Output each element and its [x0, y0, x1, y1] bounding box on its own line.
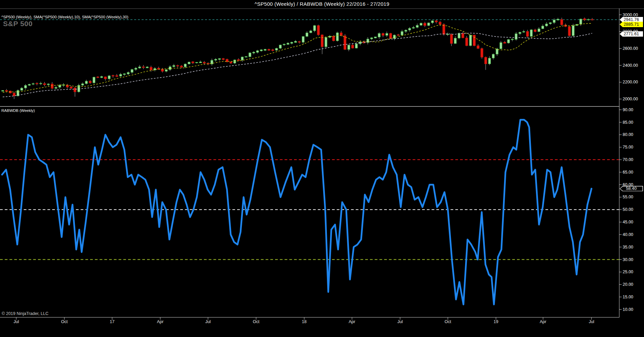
candle-body	[294, 41, 297, 42]
copyright-notice: © 2019 NinjaTrader, LLC	[2, 311, 48, 316]
candle-body	[100, 76, 103, 77]
indicator-tick-label: 80.00	[623, 132, 633, 137]
price-tick-label: 2600.00	[623, 46, 638, 51]
time-tick-label: Jul	[589, 319, 594, 324]
last-price-tag-text: 2941.76	[620, 18, 643, 22]
candle-body	[40, 83, 42, 84]
candle-body	[477, 46, 479, 48]
candle-body	[317, 25, 319, 35]
candle-body	[416, 25, 418, 27]
candle-body	[184, 64, 186, 67]
candle-body	[252, 52, 255, 53]
candle-body	[298, 41, 300, 42]
candle-body	[522, 32, 525, 32]
candle-body	[473, 35, 476, 46]
candle-body	[180, 66, 183, 67]
candle-body	[431, 21, 434, 23]
candle-body	[74, 88, 76, 92]
candle-body	[36, 83, 38, 84]
candle-body	[81, 84, 84, 85]
candle-body	[161, 69, 164, 72]
indicator-tick-label: 55.00	[623, 195, 633, 199]
indicator-tick-label: 45.00	[623, 220, 633, 224]
candle-body	[443, 24, 445, 35]
candle-body	[256, 51, 259, 52]
time-tick-label: Oct	[444, 319, 451, 324]
candle-body	[120, 74, 122, 76]
candle-body	[465, 38, 468, 46]
candle-body	[450, 34, 453, 43]
candle-body	[553, 20, 555, 23]
candle-body	[412, 27, 415, 28]
candle-body	[488, 58, 491, 64]
instrument-watermark: S&P 500	[3, 20, 33, 28]
sma10-tag-text: 2885.71	[620, 22, 643, 27]
sma30-tag-text: 2771.61	[620, 32, 643, 36]
candle-body	[233, 60, 236, 63]
indicator-tick-label: 35.00	[623, 245, 633, 250]
candle-body	[511, 39, 514, 40]
time-axis[interactable]	[0, 317, 619, 326]
candle-body	[241, 57, 244, 60]
candle-body	[507, 39, 510, 43]
candle-body	[279, 45, 282, 48]
candle-body	[390, 33, 392, 38]
indicator-panel-label: RABWDB (Weekly)	[1, 108, 35, 113]
chart-window: ^SP500 (Weekly) / RABWDB (Weekly) 22/201…	[0, 0, 644, 337]
candle-body	[291, 42, 293, 43]
candle-body	[378, 34, 380, 37]
sma10-tag: 2885.71	[620, 22, 643, 27]
candle-body	[386, 33, 388, 35]
candle-body	[188, 62, 190, 64]
time-tick-label: Oct	[61, 319, 67, 324]
indicator-tick-label: 75.00	[623, 145, 633, 150]
candle-body	[214, 59, 217, 60]
candle-body	[344, 36, 346, 49]
candle-body	[404, 30, 407, 32]
candle-body	[503, 42, 506, 43]
candle-body	[591, 19, 594, 20]
time-tick-label: 18	[302, 319, 307, 324]
candle-body	[134, 68, 137, 70]
candle-body	[370, 38, 373, 39]
candle-body	[127, 73, 129, 74]
candle-body	[409, 28, 411, 30]
candle-body	[572, 25, 574, 36]
candle-body	[195, 62, 198, 63]
candle-body	[355, 44, 358, 48]
candle-body	[123, 74, 126, 75]
candle-body	[218, 59, 221, 60]
price-tick-label: 2200.00	[623, 80, 638, 84]
candle-body	[310, 31, 312, 33]
candle-body	[526, 32, 529, 37]
candle-body	[21, 88, 23, 91]
candle-body	[580, 19, 582, 24]
candle-body	[32, 83, 34, 84]
candle-body	[515, 34, 517, 39]
indicator-tick-label: 90.00	[623, 107, 633, 112]
candle-body	[264, 49, 266, 50]
rabwdb-line	[2, 120, 591, 304]
candle-body	[131, 70, 133, 73]
candle-body	[222, 59, 225, 60]
candle-body	[325, 37, 327, 47]
candle-body	[424, 23, 426, 25]
chart-canvas[interactable]	[0, 0, 644, 337]
candle-body	[142, 67, 145, 67]
candle-body	[268, 49, 270, 50]
candle-body	[492, 54, 495, 58]
candle-body	[348, 45, 350, 49]
last-price-tag: 2941.76	[620, 17, 643, 22]
candle-body	[139, 67, 141, 68]
candle-body	[351, 45, 354, 48]
candle-body	[401, 32, 403, 35]
candle-body	[108, 76, 110, 79]
candle-body	[104, 77, 107, 79]
candle-body	[275, 48, 278, 51]
candle-body	[260, 50, 263, 51]
time-tick-label: Jul	[205, 319, 211, 324]
candle-body	[237, 60, 240, 61]
candle-body	[393, 35, 396, 38]
candle-body	[116, 76, 118, 77]
candle-body	[500, 42, 502, 49]
